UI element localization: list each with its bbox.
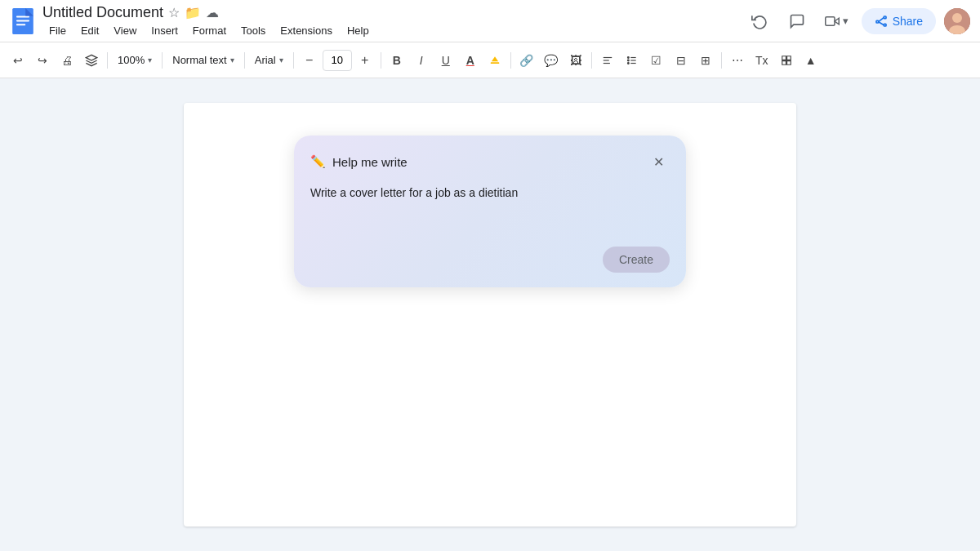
separator-3 [244,52,245,69]
avatar[interactable] [944,8,970,34]
ai-close-button[interactable]: ✕ [647,150,670,173]
menu-bar: File Edit View Insert Format Tools Exten… [42,23,745,38]
zoom-value: 100% [118,54,145,66]
ai-dialog-title: Help me write [332,155,408,169]
svg-point-24 [627,62,629,64]
ai-dialog-header: ✏️ Help me write ✕ [310,150,670,173]
svg-point-13 [952,13,962,23]
meet-label: ▾ [843,15,849,27]
menu-file[interactable]: File [42,23,73,38]
pencil-icon: ✏️ [310,154,326,169]
font-value: Arial [255,54,276,66]
svg-rect-6 [825,16,834,25]
text-style-arrow: ▾ [230,56,234,64]
comments-icon-btn[interactable] [782,7,812,36]
title-bar: Untitled Document ☆ 📁 ☁ File Edit View I… [0,0,980,42]
svg-rect-1 [16,16,29,17]
doc-area: ✏️ Help me write ✕ Write a cover letter … [0,78,980,551]
spell-check-button[interactable] [80,49,103,72]
undo-button[interactable]: ↩ [7,49,29,72]
font-size-input[interactable] [323,50,352,71]
text-style-dropdown[interactable]: Normal text ▾ [167,49,239,72]
share-label: Share [893,15,923,28]
paint-format-button[interactable] [775,49,798,72]
svg-rect-8 [884,16,886,19]
cloud-icon[interactable]: ☁ [206,5,219,20]
title-section: Untitled Document ☆ 📁 ☁ File Edit View I… [42,4,745,38]
more-options-button[interactable]: ⋯ [726,49,749,72]
doc-title[interactable]: Untitled Document [42,4,163,21]
star-icon[interactable]: ☆ [168,5,180,20]
font-size-control: − + [298,49,376,72]
list-button[interactable] [621,49,644,72]
zoom-arrow: ▾ [148,56,152,64]
separator-2 [162,52,163,69]
separator-5 [381,52,381,69]
separator-7 [591,52,592,69]
ai-dialog-title-row: ✏️ Help me write [310,154,408,169]
separator-1 [107,52,108,69]
title-actions: ▾ Share [745,7,970,36]
numbered-list-button[interactable]: ⊞ [694,49,717,72]
docs-logo-icon [10,8,36,34]
menu-extensions[interactable]: Extensions [274,23,339,38]
image-button[interactable]: 🖼 [564,49,587,72]
ai-input-field[interactable]: Write a cover letter for a job as a diet… [310,184,670,233]
menu-edit[interactable]: Edit [74,23,105,38]
highlight-button[interactable] [483,49,506,72]
bold-button[interactable]: B [385,49,408,72]
svg-rect-9 [884,24,886,26]
indent-button[interactable]: ⊟ [670,49,693,72]
history-icon-btn[interactable] [745,7,774,36]
svg-rect-7 [876,20,879,23]
meet-icon-btn[interactable]: ▾ [820,7,853,36]
menu-view[interactable]: View [107,23,143,38]
underline-button[interactable]: U [434,49,457,72]
collapse-toolbar-button[interactable]: ▲ [800,49,822,72]
svg-line-10 [878,17,884,21]
separator-4 [293,52,294,69]
zoom-dropdown[interactable]: 100% ▾ [112,49,158,72]
ai-dialog: ✏️ Help me write ✕ Write a cover letter … [294,136,686,287]
svg-rect-3 [16,24,25,25]
comment-button[interactable]: 💬 [540,49,563,72]
font-size-increase[interactable]: + [354,49,376,72]
redo-button[interactable]: ↪ [31,49,54,72]
font-size-decrease[interactable]: − [298,49,321,72]
svg-rect-2 [16,20,29,21]
separator-6 [510,52,511,69]
folder-icon[interactable]: 📁 [185,5,201,20]
toolbar: ↩ ↪ 🖨 100% ▾ Normal text ▾ Arial ▾ − + B… [0,42,980,78]
ai-dialog-footer: Create [310,247,670,273]
svg-point-22 [627,56,629,58]
font-dropdown[interactable]: Arial ▾ [249,49,289,72]
menu-tools[interactable]: Tools [234,23,272,38]
clear-format-button[interactable]: Tx [751,49,773,72]
link-button[interactable]: 🔗 [515,49,538,72]
menu-help[interactable]: Help [341,23,376,38]
svg-marker-5 [835,18,839,24]
svg-line-11 [878,21,884,24]
separator-8 [721,52,722,69]
menu-insert[interactable]: Insert [145,23,185,38]
share-button[interactable]: Share [862,8,936,34]
doc-title-row: Untitled Document ☆ 📁 ☁ [42,4,745,21]
doc-page: ✏️ Help me write ✕ Write a cover letter … [184,103,796,527]
print-button[interactable]: 🖨 [56,49,78,72]
checklist-button[interactable]: ☑ [645,49,668,72]
create-button[interactable]: Create [603,247,670,273]
align-button[interactable] [596,49,619,72]
svg-point-23 [627,60,629,61]
menu-format[interactable]: Format [186,23,233,38]
text-style-value: Normal text [172,54,226,66]
text-color-button[interactable]: A [459,49,482,72]
italic-button[interactable]: I [410,49,433,72]
font-arrow: ▾ [279,56,283,64]
svg-rect-15 [490,62,499,64]
